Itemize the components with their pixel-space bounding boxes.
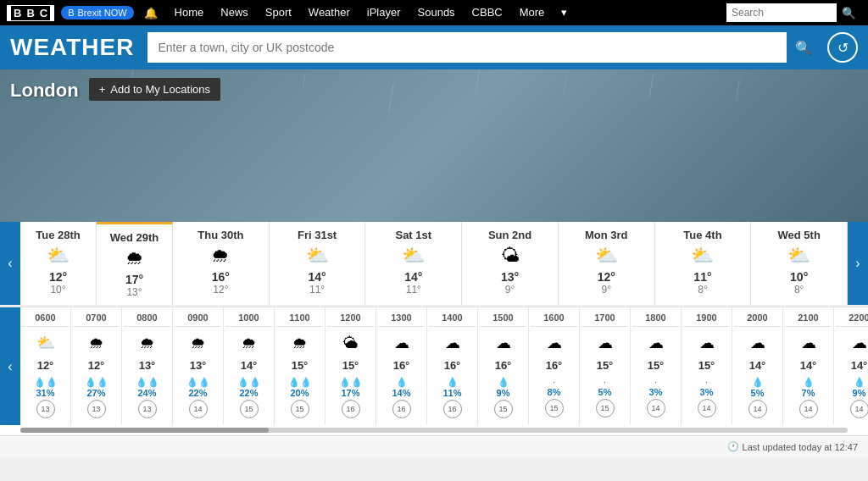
nav-sounds[interactable]: Sounds xyxy=(409,0,464,25)
wind-circle: 13 xyxy=(138,400,157,418)
hour-temp: 15° xyxy=(581,359,628,372)
hour-precip: 14% xyxy=(378,388,425,398)
hourly-grid: 0600 ⛅ 12° 💧💧 31% 13 0700 🌧 12° 💧💧 27% 1… xyxy=(20,307,868,425)
hour-weather-icon: 🌥 xyxy=(327,330,374,356)
hour-temp: 12° xyxy=(73,359,120,372)
day-label: Wed 5th xyxy=(756,229,842,241)
temp-low: 9° xyxy=(564,284,649,296)
bell-icon[interactable]: 🔔 xyxy=(144,7,158,19)
day-label: Wed 29th xyxy=(102,231,167,244)
hourly-prev-button[interactable]: ‹ xyxy=(0,307,20,425)
rain-icon: · xyxy=(581,377,628,387)
plus-icon: + xyxy=(99,83,106,96)
temp-low: 12° xyxy=(178,284,264,296)
temp-low: 8° xyxy=(756,284,842,296)
forecast-day-3[interactable]: Fri 31st ⛅ 14° 11° xyxy=(270,222,366,305)
day-label: Sun 2nd xyxy=(467,229,553,241)
temp-low: 10° xyxy=(25,284,91,296)
forecast-day-6[interactable]: Mon 3rd ⛅ 12° 9° xyxy=(559,222,655,305)
hour-label: 1600 xyxy=(531,312,577,327)
add-location-button[interactable]: + Add to My Locations xyxy=(89,78,220,101)
clock-icon: 🕐 xyxy=(727,441,739,452)
bbc-logo[interactable]: BBC xyxy=(7,5,54,21)
top-search-input[interactable] xyxy=(726,5,837,20)
scroll-track[interactable] xyxy=(20,428,848,433)
hour-weather-icon: ☁ xyxy=(785,330,832,356)
hero-section: London + Add to My Locations xyxy=(0,69,868,222)
hour-col-1900: 1900 ☁ 15° · 3% 14 xyxy=(682,307,732,425)
hour-label: 1400 xyxy=(429,312,476,327)
rain-icon: 💧💧 xyxy=(73,377,120,388)
hour-precip: 3% xyxy=(683,387,730,397)
nav-iplayer[interactable]: iPlayer xyxy=(359,0,409,25)
hour-weather-icon: ☁ xyxy=(531,330,577,356)
forecast-strip: ‹ Wed 29th 🌧 17° 13° Light rain and a mo… xyxy=(0,222,868,305)
wind-circle: 13 xyxy=(87,400,106,418)
hour-col-1700: 1700 ☁ 15° · 5% 15 xyxy=(580,307,631,425)
hour-temp: 14° xyxy=(734,359,781,372)
hour-temp: 16° xyxy=(531,359,577,372)
hour-precip: 22% xyxy=(225,388,272,398)
nav-more-arrow[interactable]: ▾ xyxy=(553,0,576,25)
wind-circle: 14 xyxy=(647,399,665,417)
forecast-day-4[interactable]: Sat 1st ⛅ 14° 11° xyxy=(365,222,462,305)
rain-icon: 💧 xyxy=(785,377,832,388)
hour-label: 2200 xyxy=(836,312,868,327)
hour-temp: 16° xyxy=(429,359,476,372)
scroll-thumb[interactable] xyxy=(20,428,269,433)
forecast-prev-button[interactable]: ‹ xyxy=(0,222,20,305)
hour-label: 2100 xyxy=(785,312,832,327)
rain-icon: · xyxy=(683,377,730,387)
forecast-day-0[interactable]: Tue 28th ⛅ 12° 10° xyxy=(20,222,97,305)
hour-temp: 15° xyxy=(276,359,323,372)
nav-sport[interactable]: Sport xyxy=(257,0,300,25)
weather-icon: ⛅ xyxy=(275,245,360,267)
temp-high: 17° xyxy=(102,273,167,286)
nav-cbbc[interactable]: CBBC xyxy=(464,0,511,25)
scroll-track-container xyxy=(0,425,868,435)
hourly-section: ‹ 0600 ⛅ 12° 💧💧 31% 13 0700 🌧 12° 💧💧 27%… xyxy=(0,307,868,435)
hour-precip: 24% xyxy=(124,388,170,398)
hour-precip: 7% xyxy=(785,388,832,398)
wind-circle: 14 xyxy=(698,399,716,417)
weather-icon: 🌤 xyxy=(467,245,553,267)
forecast-day-5[interactable]: Sun 2nd 🌤 13° 9° xyxy=(462,222,559,305)
nav-home[interactable]: Home xyxy=(166,0,213,25)
hour-precip: 3% xyxy=(632,387,679,397)
forecast-day-1[interactable]: Wed 29th 🌧 17° 13° xyxy=(97,222,173,305)
wind-circle: 15 xyxy=(291,400,309,418)
forecast-day-7[interactable]: Tue 4th ⛅ 11° 8° xyxy=(655,222,752,305)
hour-precip: 11% xyxy=(429,388,476,398)
rain-icon: 💧 xyxy=(378,377,425,388)
hour-precip: 31% xyxy=(22,388,69,398)
day-label: Mon 3rd xyxy=(564,229,649,241)
notification-icon: B xyxy=(68,8,74,18)
hour-col-0700: 0700 🌧 12° 💧💧 27% 13 xyxy=(71,307,122,425)
hour-label: 2000 xyxy=(734,312,781,327)
forecast-next-button[interactable]: › xyxy=(848,222,868,305)
hour-weather-icon: 🌧 xyxy=(175,330,221,356)
brexit-badge[interactable]: B Brexit NOW xyxy=(61,6,133,19)
hour-weather-icon: 🌧 xyxy=(73,330,120,356)
location-search-input[interactable] xyxy=(147,32,787,63)
top-search-button[interactable]: 🔍 xyxy=(837,3,861,22)
hour-label: 1300 xyxy=(378,312,425,327)
forecast-days-container: Wed 29th 🌧 17° 13° Light rain and a mode… xyxy=(20,222,848,305)
hour-label: 0600 xyxy=(22,312,69,327)
rain-icon: 💧💧 xyxy=(22,377,69,388)
hour-weather-icon: ☁ xyxy=(429,330,476,356)
wind-circle: 15 xyxy=(494,400,513,418)
wind-circle: 16 xyxy=(392,400,411,418)
temp-high: 13° xyxy=(467,270,553,284)
wind-circle: 15 xyxy=(240,400,259,418)
nav-news[interactable]: News xyxy=(212,0,257,25)
location-search-bar: 🔍 xyxy=(147,32,821,63)
hour-col-0600: 0600 ⛅ 12° 💧💧 31% 13 xyxy=(20,307,71,425)
nav-weather[interactable]: Weather xyxy=(300,0,359,25)
forecast-day-2[interactable]: Thu 30th 🌧 16° 12° xyxy=(173,222,270,305)
location-search-button[interactable]: 🔍 xyxy=(787,32,821,63)
rain-icon: 💧 xyxy=(734,377,781,388)
forecast-day-8[interactable]: Wed 5th ⛅ 10° 8° xyxy=(751,222,848,305)
nav-more[interactable]: More xyxy=(511,0,554,25)
refresh-button[interactable]: ↺ xyxy=(827,32,858,63)
